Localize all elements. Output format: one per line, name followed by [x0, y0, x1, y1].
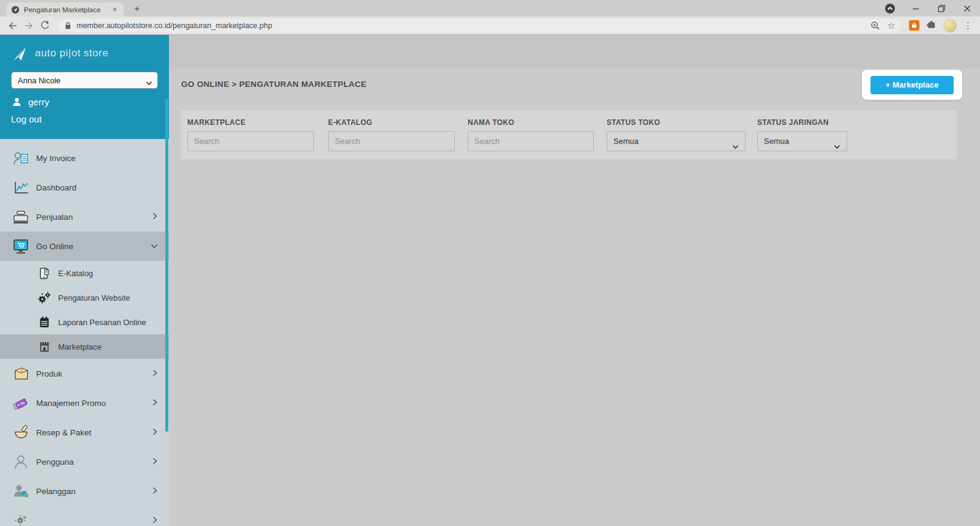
- main-content: GO ONLINE > PENGATURAN MARKETPLACE + Mar…: [169, 35, 980, 526]
- bookmark-star-icon[interactable]: ☆: [888, 21, 896, 30]
- sidebar-subitem-label: E-Katalog: [58, 269, 93, 278]
- sidebar-scrollbar[interactable]: [165, 98, 168, 432]
- sidebar-subitem-marketplace[interactable]: Marketplace: [0, 334, 169, 359]
- sidebar-item-label: Resep & Paket: [36, 428, 91, 437]
- chevron-right-icon: [152, 211, 158, 222]
- cash-register-icon: [11, 209, 31, 225]
- sidebar-subitem-label: Laporan Pesanan Online: [58, 318, 146, 327]
- filter-label: MARKETPLACE: [187, 118, 314, 127]
- restore-icon[interactable]: [936, 3, 947, 14]
- sidebar-item-go-online[interactable]: Go Online: [0, 231, 169, 261]
- invoice-icon: [11, 150, 31, 166]
- brand: auto pi|ot store: [11, 43, 158, 64]
- breadcrumb: GO ONLINE > PENGATURAN MARKETPLACE: [181, 80, 367, 89]
- profile-avatar[interactable]: [943, 19, 957, 32]
- sidebar-header: auto pi|ot store Anna Nicole gerry Log o…: [0, 35, 169, 139]
- sidebar-item-manajemen-promo[interactable]: % Manajemen Promo: [0, 388, 169, 418]
- sidebar-item-partial[interactable]: [0, 506, 169, 526]
- user-outline-icon: [11, 454, 31, 470]
- back-icon[interactable]: [5, 18, 21, 34]
- tab-close-icon[interactable]: ×: [110, 5, 119, 14]
- filter-label: STATUS TOKO: [607, 118, 746, 127]
- sidebar-menu: My Invoice Dashboard Penjualan: [0, 139, 169, 526]
- globe-favicon: [11, 6, 20, 14]
- shopping-bag-extension-icon[interactable]: [909, 20, 919, 31]
- sidebar-item-label: Produk: [36, 369, 62, 378]
- filter-label: STATUS JARINGAN: [757, 118, 847, 127]
- account-select-wrap: Anna Nicole: [11, 72, 158, 89]
- box-icon: [11, 366, 31, 381]
- filter-e-katalog: E-KATALOG: [328, 118, 455, 159]
- lock-icon: [64, 21, 72, 30]
- chevron-right-icon: [152, 515, 158, 526]
- filter-label: NAMA TOKO: [468, 118, 594, 127]
- content-top-strip: [169, 35, 980, 69]
- browser-toolbar: member.autopilotstore.co.id/pengaturan_m…: [0, 17, 980, 35]
- sidebar-item-label: Manajemen Promo: [36, 399, 106, 408]
- monitor-cart-icon: [11, 238, 31, 255]
- brand-name: auto pi|ot store: [35, 47, 108, 59]
- sidebar-subitem-pengaturan-website[interactable]: Pengaturan Website: [0, 285, 169, 310]
- sidebar-subitem-laporan-pesanan-online[interactable]: Laporan Pesanan Online: [0, 310, 169, 334]
- sidebar-item-pelanggan[interactable]: Pelanggan: [0, 476, 169, 506]
- browser-update-icon[interactable]: [885, 3, 896, 14]
- customer-icon: [11, 483, 31, 499]
- sidebar-item-label: My Invoice: [36, 154, 76, 163]
- status-toko-select[interactable]: Semua: [607, 131, 746, 151]
- sidebar-item-dashboard[interactable]: Dashboard: [0, 173, 169, 202]
- chevron-right-icon: [152, 397, 158, 408]
- sidebar-item-penjualan[interactable]: Penjualan: [0, 202, 169, 231]
- new-tab-button[interactable]: +: [130, 2, 144, 15]
- url-text[interactable]: member.autopilotstore.co.id/pengaturan_m…: [77, 21, 870, 30]
- filter-status-jaringan: STATUS JARINGAN Semua: [757, 118, 847, 159]
- promo-tag-icon: %: [11, 395, 31, 411]
- tutorial-spotlight: + Marketplace: [862, 70, 962, 100]
- account-select[interactable]: Anna Nicole: [11, 72, 158, 89]
- calendar-icon: [37, 316, 51, 328]
- sidebar-subitem-e-katalog[interactable]: E-Katalog: [0, 261, 169, 285]
- puzzle-extension-icon[interactable]: [926, 19, 937, 32]
- zoom-icon[interactable]: [870, 21, 880, 31]
- reload-icon[interactable]: [37, 18, 53, 34]
- logout-link[interactable]: Log out: [11, 114, 158, 124]
- forward-icon[interactable]: [21, 18, 37, 34]
- e-katalog-search-input[interactable]: [328, 131, 455, 151]
- username: gerry: [28, 97, 49, 107]
- marketplace-search-input[interactable]: [187, 131, 314, 151]
- sidebar: auto pi|ot store Anna Nicole gerry Log o…: [0, 35, 169, 526]
- filter-card: MARKETPLACE E-KATALOG NAMA TOKO STATUS T…: [181, 110, 957, 159]
- sidebar-item-label: Dashboard: [36, 183, 77, 192]
- extension-area: ⋮: [907, 19, 975, 32]
- browser-tab[interactable]: Pengaturan Marketplace ×: [6, 2, 124, 17]
- sidebar-item-label: Penjualan: [36, 212, 73, 222]
- sidebar-item-label: Pengguna: [36, 457, 74, 467]
- nama-toko-search-input[interactable]: [468, 131, 594, 151]
- tab-title: Pengaturan Marketplace: [24, 6, 110, 13]
- chevron-right-icon: [152, 486, 158, 497]
- sidebar-item-my-invoice[interactable]: My Invoice: [0, 143, 169, 173]
- sidebar-item-resep-paket[interactable]: Resep & Paket: [0, 418, 169, 447]
- browser-menu-dots-icon[interactable]: ⋮: [963, 20, 973, 31]
- mortar-pestle-icon: [11, 424, 31, 440]
- sidebar-item-pengguna[interactable]: Pengguna: [0, 447, 169, 476]
- sidebar-item-produk[interactable]: Produk: [0, 359, 169, 388]
- status-jaringan-select[interactable]: Semua: [757, 131, 847, 151]
- add-marketplace-button[interactable]: + Marketplace: [870, 76, 954, 94]
- chevron-down-icon: [151, 241, 158, 252]
- filter-nama-toko: NAMA TOKO: [468, 118, 594, 159]
- browser-titlebar: Pengaturan Marketplace × +: [0, 0, 980, 17]
- sidebar-item-label: Go Online: [36, 242, 73, 251]
- chevron-right-icon: [152, 456, 158, 467]
- url-bar[interactable]: member.autopilotstore.co.id/pengaturan_m…: [58, 19, 902, 32]
- close-icon[interactable]: [962, 3, 973, 14]
- gear-small-icon: [11, 514, 31, 526]
- storefront-icon: [37, 340, 51, 353]
- sidebar-subitem-label: Pengaturan Website: [58, 293, 130, 302]
- sidebar-item-label: Pelanggan: [36, 487, 76, 496]
- phone-catalog-icon: [37, 267, 51, 280]
- filter-label: E-KATALOG: [328, 118, 455, 127]
- sidebar-subitem-label: Marketplace: [58, 342, 102, 351]
- minimize-icon[interactable]: [910, 3, 921, 14]
- filter-marketplace: MARKETPLACE: [187, 118, 314, 159]
- window-controls: [885, 0, 976, 17]
